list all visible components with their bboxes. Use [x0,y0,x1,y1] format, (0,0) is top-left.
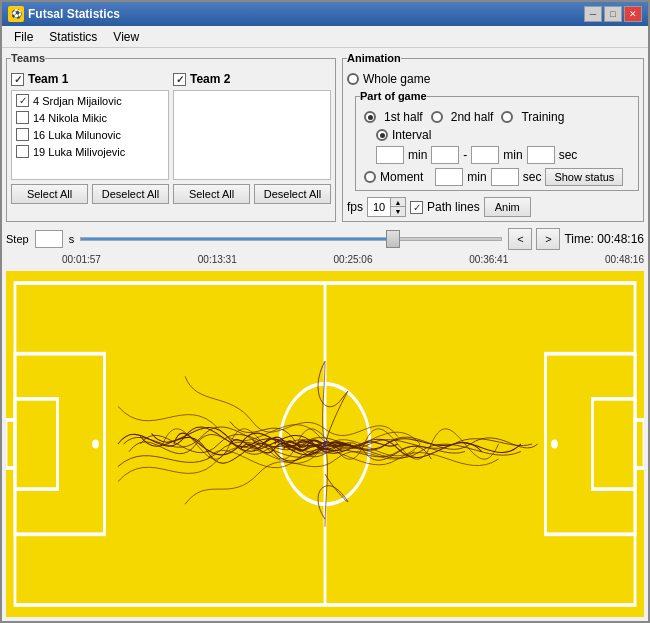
half1-label: 1st half [384,110,423,124]
dash-label: - [463,148,467,162]
fps-arrows: ▲ ▼ [390,198,405,216]
svg-point-11 [92,439,99,448]
team2-player-list [173,90,331,180]
timeline-label-3: 00:36:41 [469,254,508,265]
list-item[interactable]: 4 Srdjan Mijailovic [14,93,166,108]
close-button[interactable]: ✕ [624,6,642,22]
player3-checkbox[interactable] [16,128,29,141]
half2-radio[interactable] [431,111,443,123]
team1-header: Team 1 [11,72,169,86]
fps-input[interactable] [368,198,390,216]
interval-row: Interval [376,128,634,142]
slider-container [80,228,502,250]
half-row: 1st half 2nd half Training [364,110,634,124]
team1-select-all-button[interactable]: Select All [11,184,88,204]
nav-buttons: < > Time: 00:48:16 [508,228,644,250]
moment-row: Moment min sec Show status [364,168,634,186]
maximize-button[interactable]: □ [604,6,622,22]
whole-game-label: Whole game [363,72,430,86]
fps-spinner: ▲ ▼ [367,197,406,217]
anim-button[interactable]: Anim [484,197,531,217]
half2-label: 2nd half [451,110,494,124]
min2-label: min [503,148,522,162]
slider-row: Step s < > Time: 00:48:16 [6,228,644,250]
teams-columns: Team 1 4 Srdjan Mijailovic 14 Nikola Mik… [11,72,331,204]
timeline-slider[interactable] [80,237,502,241]
interval-time-row: min - min sec [376,146,634,164]
interval-min2-input[interactable] [471,146,499,164]
team1-label: Team 1 [28,72,68,86]
team2-buttons: Select All Deselect All [173,184,331,204]
player1-checkbox[interactable] [16,94,29,107]
min1-label: min [408,148,427,162]
player4-label: 19 Luka Milivojevic [33,146,125,158]
step-label: Step [6,233,29,245]
player2-label: 14 Nikola Mikic [33,112,107,124]
interval-label: Interval [392,128,431,142]
team2-select-all-button[interactable]: Select All [173,184,250,204]
fps-label: fps [347,200,363,214]
teams-panel: Teams Team 1 4 Srdjan Mijailovic [6,52,336,222]
interval-radio[interactable] [376,129,388,141]
animation-panel: Animation Whole game Part of game 1st ha… [342,52,644,222]
list-item[interactable]: 16 Luka Milunovic [14,127,166,142]
path-lines-checkbox[interactable] [410,201,423,214]
team2-checkbox[interactable] [173,73,186,86]
moment-sec-label: sec [523,170,542,184]
show-status-button[interactable]: Show status [545,168,623,186]
fps-up-button[interactable]: ▲ [391,198,405,207]
svg-point-12 [551,439,558,448]
interval-sec1-input[interactable] [431,146,459,164]
top-row: Teams Team 1 4 Srdjan Mijailovic [6,52,644,222]
moment-sec-input[interactable] [491,168,519,186]
field-svg [6,271,644,617]
timeline-label-4: 00:48:16 [605,254,644,265]
timeline-labels: 00:01:57 00:13:31 00:25:06 00:36:41 00:4… [6,254,644,267]
view-menu[interactable]: View [105,28,147,46]
fps-down-button[interactable]: ▼ [391,207,405,216]
player2-checkbox[interactable] [16,111,29,124]
title-bar-left: ⚽ Futsal Statistics [8,6,120,22]
prev-button[interactable]: < [508,228,532,250]
team2-column: Team 2 Select All Deselect All [173,72,331,204]
team1-buttons: Select All Deselect All [11,184,169,204]
team2-deselect-all-button[interactable]: Deselect All [254,184,331,204]
player4-checkbox[interactable] [16,145,29,158]
team1-column: Team 1 4 Srdjan Mijailovic 14 Nikola Mik… [11,72,169,204]
timeline-label-0: 00:01:57 [62,254,101,265]
part-of-game-panel: Part of game 1st half 2nd half Training … [355,90,639,191]
next-button[interactable]: > [536,228,560,250]
training-label: Training [521,110,564,124]
statistics-menu[interactable]: Statistics [41,28,105,46]
team2-header: Team 2 [173,72,331,86]
interval-min1-input[interactable] [376,146,404,164]
fps-row: fps ▲ ▼ Path lines Anim [347,197,639,217]
team1-checkbox[interactable] [11,73,24,86]
title-buttons: ─ □ ✕ [584,6,642,22]
training-radio[interactable] [501,111,513,123]
moment-label: Moment [380,170,423,184]
time-display: Time: 00:48:16 [564,232,644,246]
timeline-label-2: 00:25:06 [334,254,373,265]
main-window: ⚽ Futsal Statistics ─ □ ✕ File Statistic… [0,0,650,623]
moment-min-input[interactable] [435,168,463,186]
file-menu[interactable]: File [6,28,41,46]
title-bar: ⚽ Futsal Statistics ─ □ ✕ [2,2,648,26]
half1-radio[interactable] [364,111,376,123]
sec2-label: sec [559,148,578,162]
teams-panel-legend: Teams [11,52,45,64]
step-input[interactable] [35,230,63,248]
whole-game-radio[interactable] [347,73,359,85]
list-item[interactable]: 19 Luka Milivojevic [14,144,166,159]
team1-deselect-all-button[interactable]: Deselect All [92,184,169,204]
list-item[interactable]: 14 Nikola Mikic [14,110,166,125]
part-of-game-legend: Part of game [360,90,427,102]
team2-label: Team 2 [190,72,230,86]
app-icon: ⚽ [8,6,24,22]
interval-sec2-input[interactable] [527,146,555,164]
minimize-button[interactable]: ─ [584,6,602,22]
moment-radio[interactable] [364,171,376,183]
step-unit: s [69,233,75,245]
path-lines-label: Path lines [427,200,480,214]
moment-min-label: min [467,170,486,184]
